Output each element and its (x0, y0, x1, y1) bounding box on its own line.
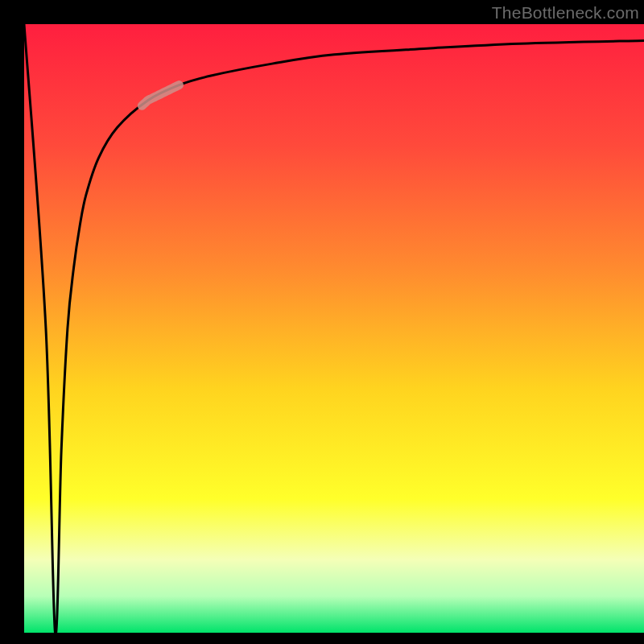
curve-layer (24, 24, 644, 633)
chart-stage: TheBottleneck.com (0, 0, 644, 644)
curve-highlight-segment (142, 85, 179, 106)
watermark-text: TheBottleneck.com (492, 3, 639, 23)
bottleneck-curve (24, 24, 644, 633)
plot-area (24, 24, 644, 633)
